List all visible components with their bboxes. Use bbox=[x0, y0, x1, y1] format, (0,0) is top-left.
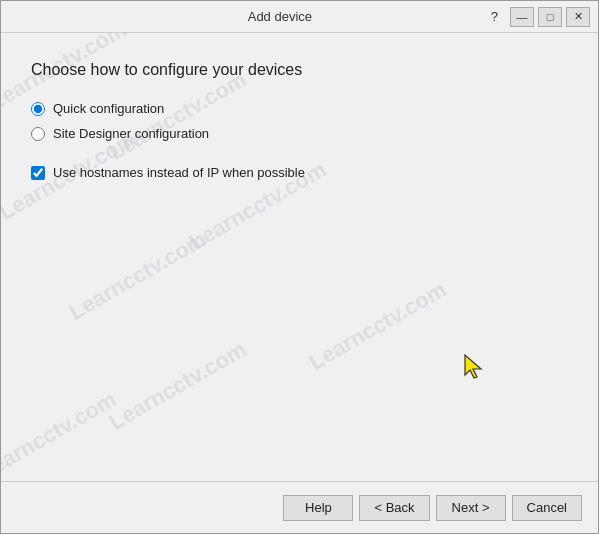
back-button[interactable]: < Back bbox=[359, 495, 429, 521]
window-title: Add device bbox=[69, 9, 491, 24]
quick-config-label[interactable]: Quick configuration bbox=[53, 101, 164, 116]
close-button[interactable]: ✕ bbox=[566, 7, 590, 27]
hostname-checkbox-item[interactable]: Use hostnames instead of IP when possibl… bbox=[31, 165, 568, 180]
maximize-button[interactable]: □ bbox=[538, 7, 562, 27]
page-heading: Choose how to configure your devices bbox=[31, 61, 568, 79]
watermark-text-5: Learncctv.com bbox=[65, 226, 211, 325]
footer-bar: Help < Back Next > Cancel bbox=[1, 481, 598, 533]
title-bar-controls: ? — □ ✕ bbox=[491, 7, 590, 27]
main-content-area: Learncctv.com Learncctv.com Learncctv.co… bbox=[1, 33, 598, 481]
mouse-cursor bbox=[463, 353, 485, 382]
next-button[interactable]: Next > bbox=[436, 495, 506, 521]
title-bar: Add device ? — □ ✕ bbox=[1, 1, 598, 33]
add-device-window: Add device ? — □ ✕ Learncctv.com Learncc… bbox=[0, 0, 599, 534]
form-content: Choose how to configure your devices Qui… bbox=[31, 61, 568, 180]
watermark-text-7: Learncctv.com bbox=[105, 336, 251, 435]
svg-marker-0 bbox=[465, 355, 481, 378]
site-designer-label[interactable]: Site Designer configuration bbox=[53, 126, 209, 141]
cancel-button[interactable]: Cancel bbox=[512, 495, 582, 521]
configuration-radio-group: Quick configuration Site Designer config… bbox=[31, 101, 568, 141]
watermark-text-8: Learncctv.com bbox=[1, 386, 121, 481]
minimize-button[interactable]: — bbox=[510, 7, 534, 27]
help-icon-title[interactable]: ? bbox=[491, 9, 498, 24]
hostname-label[interactable]: Use hostnames instead of IP when possibl… bbox=[53, 165, 305, 180]
quick-config-radio[interactable] bbox=[31, 102, 45, 116]
watermark-text-6: Learncctv.com bbox=[305, 276, 451, 375]
hostname-checkbox[interactable] bbox=[31, 166, 45, 180]
site-designer-radio[interactable] bbox=[31, 127, 45, 141]
site-designer-option[interactable]: Site Designer configuration bbox=[31, 126, 568, 141]
quick-config-option[interactable]: Quick configuration bbox=[31, 101, 568, 116]
help-button[interactable]: Help bbox=[283, 495, 353, 521]
